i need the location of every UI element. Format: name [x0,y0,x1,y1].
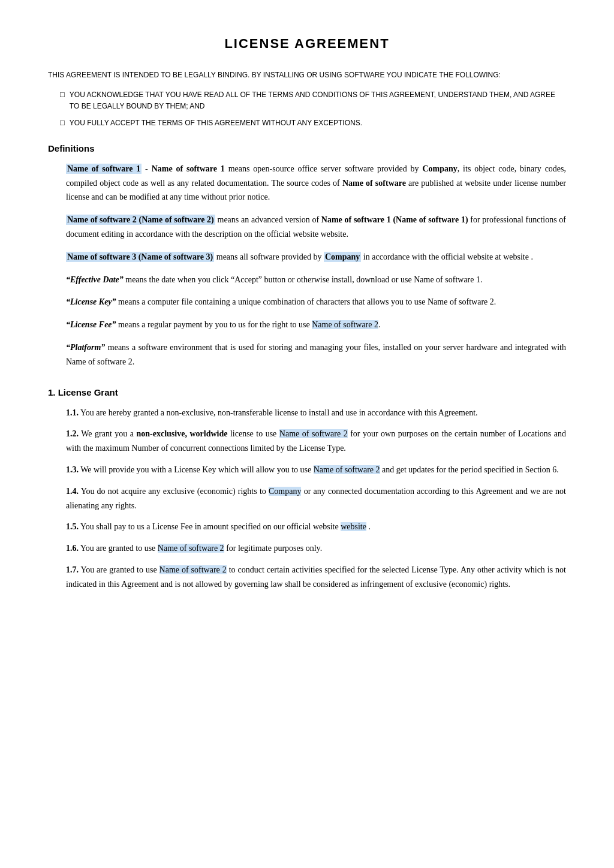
def1-term-repeat: Name of software 1 [152,164,225,173]
checkbox-item-2: □ YOU FULLY ACCEPT THE TERMS OF THIS AGR… [60,117,566,129]
item-1-2-software: Name of software 2 [279,429,348,438]
def7-term: “Platform” [66,343,105,352]
checkbox-text-1: YOU ACKNOWLEDGE THAT YOU HAVE READ ALL O… [70,89,566,112]
document-title: LICENSE AGREEMENT [48,36,566,52]
definition-4: “Effective Date” means the date when you… [66,273,566,287]
license-item-1-3: 1.3. We will provide you with a License … [66,463,566,477]
definition-1: Name of software 1 - Name of software 1 … [66,162,566,204]
item-1-4-text1: You do not acquire any exclusive (econom… [81,487,269,496]
def2-term: Name of software 2 (Name of software 2) [66,215,215,225]
item-1-2-text1: We grant you a [81,429,136,438]
def6-term: “License Fee” [66,320,116,329]
item-1-3-number: 1.3. [66,465,79,474]
checkbox-icon-1: □ [60,90,65,100]
def6-body2: . [378,320,381,329]
checkbox-text-2: YOU FULLY ACCEPT THE TERMS OF THIS AGREE… [70,117,362,129]
definition-5: “License Key” means a computer file cont… [66,295,566,309]
item-1-6-software: Name of software 2 [158,544,224,553]
license-item-1-4: 1.4. You do not acquire any exclusive (e… [66,484,566,513]
item-1-4-number: 1.4. [66,487,79,496]
def2-body1: means an advanced version of [218,215,321,224]
license-item-1-2: 1.2. We grant you a non-exclusive, world… [66,427,566,456]
def1-company: Company [422,164,457,173]
item-1-3-text1: We will provide you with a License Key w… [80,465,313,474]
def1-term: Name of software 1 [66,164,142,174]
item-1-1-text: You are hereby granted a non-exclusive, … [80,408,478,417]
license-grant-heading: 1. License Grant [48,387,566,397]
definition-2: Name of software 2 (Name of software 2) … [66,213,566,242]
def3-company: Company [324,252,361,262]
item-1-1-number: 1.1. [66,408,79,417]
def7-body: means a software environment that is use… [66,343,566,366]
checkbox-item-1: □ YOU ACKNOWLEDGE THAT YOU HAVE READ ALL… [60,89,566,112]
definition-3: Name of software 3 (Name of software 3) … [66,250,566,264]
def5-body: means a computer file containing a uniqu… [118,297,496,306]
definition-6: “License Fee” means a regular payment by… [66,318,566,332]
item-1-3-text2: and get updates for the period specified… [380,465,559,474]
item-1-7-software: Name of software 2 [159,565,227,574]
def1-software-name: Name of software [342,179,406,188]
item-1-7-number: 1.7. [66,565,79,574]
def5-term: “License Key” [66,297,116,306]
item-1-5-website: website [341,522,366,531]
definition-7: “Platform” means a software environment … [66,340,566,369]
def1-dash: - [145,164,152,173]
item-1-5-text1: You shall pay to us a License Fee in amo… [80,522,341,531]
def4-body: means the date when you click “Accept” b… [125,275,482,284]
checkbox-icon-2: □ [60,118,65,128]
item-1-3-software: Name of software 2 [314,465,380,474]
def2-ref: Name of software 1 (Name of software 1) [321,215,468,224]
item-1-2-number: 1.2. [66,429,79,438]
item-1-7-text1: You are granted to use [80,565,159,574]
item-1-2-text2: license to use [227,429,279,438]
license-item-1-5: 1.5. You shall pay to us a License Fee i… [66,520,566,534]
item-1-6-number: 1.6. [66,544,79,553]
def6-software: Name of software 2 [312,320,378,329]
item-1-2-bold: non-exclusive, worldwide [137,429,228,438]
item-1-6-text1: You are granted to use [80,544,158,553]
def4-term: “Effective Date” [66,275,124,284]
license-item-1-7: 1.7. You are granted to use Name of soft… [66,563,566,592]
item-1-5-number: 1.5. [66,522,79,531]
def1-body1: means open-source office server software… [228,164,423,173]
preamble-text: THIS AGREEMENT IS INTENDED TO BE LEGALLY… [48,70,566,81]
def3-term: Name of software 3 (Name of software 3) [66,252,214,262]
def3-body1: means all software provided by [216,252,324,261]
item-1-4-company: Company [269,487,301,496]
item-1-6-text2: for legitimate purposes only. [224,544,323,553]
license-item-1-6: 1.6. You are granted to use Name of soft… [66,541,566,556]
def6-body1: means a regular payment by you to us for… [118,320,312,329]
item-1-5-text2: . [366,522,371,531]
license-item-1-1: 1.1. You are hereby granted a non-exclus… [66,406,566,420]
def3-body2: in accordance with the official website … [361,252,533,261]
definitions-heading: Definitions [48,143,566,153]
